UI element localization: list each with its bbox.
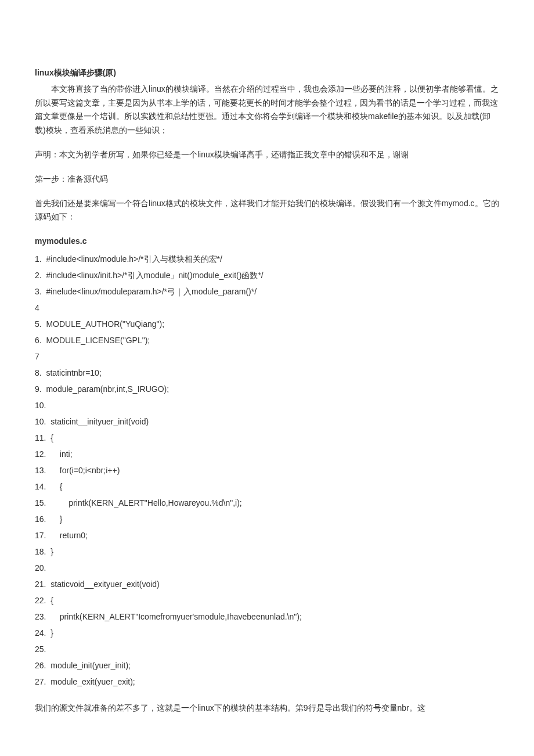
code-line: 1. #include<linux/module.h>/*引入与模块相关的宏*/ (35, 251, 499, 267)
code-line: 20. (35, 560, 499, 576)
code-line: 11. { (35, 430, 499, 446)
code-line: 10. (35, 397, 499, 413)
code-line: 15. printk(KERN_ALERT"Hello,Howareyou.%d… (35, 495, 499, 511)
code-line: 24. } (35, 625, 499, 641)
code-line: 17. return0; (35, 527, 499, 543)
page-title: linux模块编译步骤(原) (35, 66, 499, 80)
code-line: 14. { (35, 478, 499, 495)
code-line: 25. (35, 641, 499, 657)
intro-paragraph: 本文将直接了当的带你进入linux的模块编译。当然在介绍的过程当中，我也会添加一… (35, 82, 499, 138)
code-line: 4 (35, 300, 499, 316)
code-line: 23. printk(KERN_ALERT"Icomefromyuer'smod… (35, 609, 499, 625)
code-filename: mymodules.c (35, 235, 499, 249)
code-line: 18. } (35, 543, 499, 560)
code-line: 3. #inelude<linux/moduleparam.h>/*弓｜入mod… (35, 283, 499, 300)
step1-paragraph: 首先我们还是要来编写一个符合linux格式的模块文件，这样我们才能开始我们的模块… (35, 197, 499, 225)
closing-paragraph: 我们的源文件就准备的差不多了，这就是一个linux下的模块的基本结构。第9行是导… (35, 701, 499, 715)
disclaimer-paragraph: 声明：本文为初学者所写，如果你已经是一个linux模块编译高手，还请指正我文章中… (35, 148, 499, 162)
code-line: 26. module_init(yuer_init); (35, 657, 499, 674)
code-line: 5. MODULE_AUTHOR("YuQiang"); (35, 316, 499, 332)
code-line: 6. MODULE_LICENSE("GPL"); (35, 332, 499, 348)
code-line: 7 (35, 348, 499, 365)
code-line: 9. module_param(nbr,int,S_IRUGO); (35, 381, 499, 397)
code-line: 27. module_exit(yuer_exit); (35, 674, 499, 690)
code-line: 22. { (35, 592, 499, 609)
step1-heading: 第一步：准备源代码 (35, 172, 499, 186)
code-block: 1. #include<linux/module.h>/*引入与模块相关的宏*/… (35, 251, 499, 690)
code-line: 16. } (35, 511, 499, 527)
code-line: 13. for(i=0;i<nbr;i++) (35, 462, 499, 478)
code-line: 12. inti; (35, 446, 499, 462)
code-line: 2. #include<linux/init.h>/*引入module」nit(… (35, 267, 499, 283)
code-line: 21. staticvoid__exityuer_exit(void) (35, 576, 499, 592)
code-line: 10. staticint__inityuer_init(void) (35, 413, 499, 430)
code-line: 8. staticintnbr=10; (35, 365, 499, 381)
document-page: linux模块编译步骤(原) 本文将直接了当的带你进入linux的模块编译。当然… (0, 0, 534, 749)
